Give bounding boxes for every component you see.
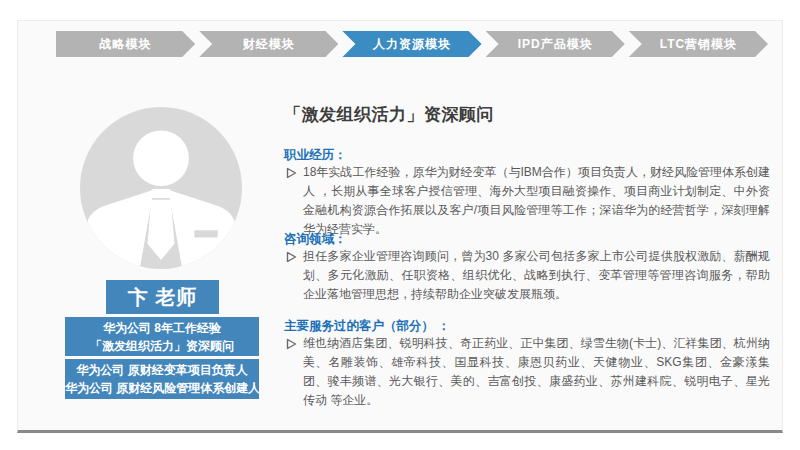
- credential-line: 华为公司 8年工作经验: [65, 319, 259, 337]
- section-heading-career: 职业经历：: [284, 147, 764, 164]
- arrow-bullet-icon: [286, 167, 297, 179]
- arrow-bullet-icon: [286, 338, 297, 350]
- credential-badge-secondary: 华为公司 原财经变革项目负责人 华为公司 原财经风险管理体系创建人: [65, 359, 259, 399]
- credential-badge-primary: 华为公司 8年工作经验 「激发组织活力」资深顾问: [65, 317, 259, 356]
- pocket-square-mark: [194, 230, 217, 237]
- consultant-name: 卞 老师: [106, 280, 219, 314]
- credential-line: 华为公司 原财经变革项目负责人: [65, 361, 259, 379]
- section-heading-consulting: 咨询领域：: [284, 231, 764, 248]
- nav-item-finance[interactable]: 财经模块: [199, 31, 338, 57]
- avatar: [80, 107, 242, 269]
- section-consulting: 担任多家企业管理咨询顾问，曾为30 多家公司包括多家上市公司提供股权激励、薪酬规…: [284, 247, 770, 304]
- slide-canvas: 战略模块 财经模块 人力资源模块 IPD产品模块 LTC营销模块 卞: [0, 0, 800, 450]
- slide-surface: 战略模块 财经模块 人力资源模块 IPD产品模块 LTC营销模块 卞: [17, 20, 783, 433]
- clients-bullet-text: 维也纳酒店集团、锐明科技、奇正药业、正中集团、绿雪生物(卡士)、汇祥集团、杭州纳…: [303, 334, 770, 410]
- nav-item-ltc[interactable]: LTC营销模块: [629, 31, 768, 57]
- credential-line: 「激发组织活力」资深顾问: [65, 337, 259, 355]
- nav-item-ipd[interactable]: IPD产品模块: [486, 31, 625, 57]
- section-career: 18年实战工作经验，原华为财经变革（与IBM合作）项目负责人，财经风险管理体系创…: [284, 163, 770, 239]
- section-clients: 维也纳酒店集团、锐明科技、奇正药业、正中集团、绿雪生物(卡士)、汇祥集团、杭州纳…: [284, 334, 770, 410]
- nav-item-hr[interactable]: 人力资源模块: [342, 31, 481, 57]
- section-heading-clients: 主要服务过的客户（部分） ：: [284, 318, 764, 335]
- page-title: 「激发组织活力」资深顾问: [284, 103, 764, 126]
- arrow-bullet-icon: [286, 251, 297, 263]
- credential-line: 华为公司 原财经风险管理体系创建人: [65, 379, 259, 397]
- consulting-bullet-text: 担任多家企业管理咨询顾问，曾为30 多家公司包括多家上市公司提供股权激励、薪酬规…: [303, 247, 770, 304]
- person-suit-icon: [80, 107, 242, 269]
- nav-item-strategy[interactable]: 战略模块: [56, 31, 195, 57]
- career-bullet-text: 18年实战工作经验，原华为财经变革（与IBM合作）项目负责人，财经风险管理体系创…: [303, 163, 770, 239]
- module-nav: 战略模块 财经模块 人力资源模块 IPD产品模块 LTC营销模块: [56, 31, 768, 57]
